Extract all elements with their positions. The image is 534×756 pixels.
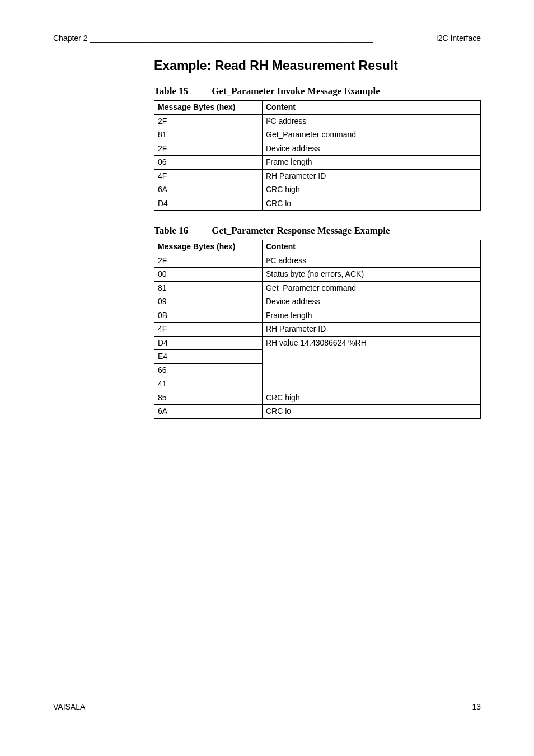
table-row: D4RH value 14.43086624 %RH — [154, 336, 481, 350]
table-row: 00Status byte (no errors, ACK) — [154, 268, 481, 282]
table-row: 6ACRC high — [154, 183, 481, 197]
table-row: 81Get_Parameter command — [154, 281, 481, 295]
cell-bytes: 41 — [154, 377, 263, 391]
cell-content: Frame length — [263, 156, 481, 170]
table16-header-content: Content — [263, 240, 481, 254]
header-right: I2C Interface — [436, 34, 481, 43]
cell-content: CRC high — [263, 183, 481, 197]
table-row: 2FDevice address — [154, 142, 481, 156]
cell-content: Frame length — [263, 309, 481, 323]
cell-bytes: 2F — [154, 142, 263, 156]
cell-content: Get_Parameter command — [263, 281, 481, 295]
table15-caption-label: Table 15 — [154, 86, 188, 96]
table-row: 41 — [154, 377, 481, 391]
table-row: 4FRH Parameter ID — [154, 169, 481, 183]
cell-content: CRC lo — [263, 197, 481, 211]
footer-left: VAISALA ________________________________… — [53, 702, 405, 711]
cell-bytes: 6A — [154, 405, 263, 419]
page-footer: VAISALA ________________________________… — [53, 702, 481, 711]
table15: Message Bytes (hex) Content 2FI²C addres… — [154, 100, 481, 211]
cell-content: RH Parameter ID — [263, 169, 481, 183]
cell-content: I²C address — [263, 254, 481, 268]
table16-caption-label: Table 16 — [154, 225, 188, 236]
table15-caption: Table 15Get_Parameter Invoke Message Exa… — [154, 86, 481, 97]
cell-bytes: 66 — [154, 363, 263, 377]
cell-bytes: 2F — [154, 114, 263, 128]
table15-header-bytes: Message Bytes (hex) — [154, 101, 263, 115]
table15-caption-title: Get_Parameter Invoke Message Example — [212, 86, 380, 96]
cell-content — [263, 377, 481, 391]
cell-content: Device address — [263, 142, 481, 156]
header-left: Chapter 2 ______________________________… — [53, 34, 373, 43]
table-row: 6ACRC lo — [154, 405, 481, 419]
cell-bytes: 81 — [154, 128, 263, 142]
cell-content: Get_Parameter command — [263, 128, 481, 142]
cell-content: Status byte (no errors, ACK) — [263, 268, 481, 282]
table-row: 4FRH Parameter ID — [154, 323, 481, 337]
table-row: 2FI²C address — [154, 254, 481, 268]
section-title: Example: Read RH Measurement Result — [154, 58, 481, 73]
cell-bytes: 4F — [154, 169, 263, 183]
cell-bytes: 06 — [154, 156, 263, 170]
table-row: 66 — [154, 363, 481, 377]
table16: Message Bytes (hex) Content 2FI²C addres… — [154, 240, 481, 419]
table-row: 0BFrame length — [154, 309, 481, 323]
cell-content: Device address — [263, 295, 481, 309]
cell-bytes: 85 — [154, 391, 263, 405]
table-row: Message Bytes (hex) Content — [154, 240, 481, 254]
cell-content — [263, 363, 481, 377]
cell-content: RH value 14.43086624 %RH — [263, 336, 481, 350]
footer-page-number: 13 — [472, 702, 481, 711]
table-row: 81Get_Parameter command — [154, 128, 481, 142]
table-row: 85CRC high — [154, 391, 481, 405]
table-row: 09Device address — [154, 295, 481, 309]
table-row: D4CRC lo — [154, 197, 481, 211]
cell-bytes: 09 — [154, 295, 263, 309]
cell-content — [263, 350, 481, 364]
cell-content: I²C address — [263, 114, 481, 128]
cell-bytes: 6A — [154, 183, 263, 197]
cell-content: CRC lo — [263, 405, 481, 419]
cell-bytes: E4 — [154, 350, 263, 364]
table-row: 06Frame length — [154, 156, 481, 170]
cell-bytes: 0B — [154, 309, 263, 323]
table16-caption: Table 16Get_Parameter Response Message E… — [154, 225, 481, 236]
cell-bytes: 00 — [154, 268, 263, 282]
table16-header-bytes: Message Bytes (hex) — [154, 240, 263, 254]
cell-content: CRC high — [263, 391, 481, 405]
table15-header-content: Content — [263, 101, 481, 115]
cell-bytes: D4 — [154, 197, 263, 211]
cell-bytes: 2F — [154, 254, 263, 268]
page-header: Chapter 2 ______________________________… — [53, 34, 481, 43]
cell-bytes: 81 — [154, 281, 263, 295]
table-row: E4 — [154, 350, 481, 364]
table16-caption-title: Get_Parameter Response Message Example — [212, 225, 390, 236]
table-row: 2FI²C address — [154, 114, 481, 128]
cell-bytes: 4F — [154, 323, 263, 337]
table-row: Message Bytes (hex) Content — [154, 101, 481, 115]
cell-content: RH Parameter ID — [263, 323, 481, 337]
cell-bytes: D4 — [154, 336, 263, 350]
